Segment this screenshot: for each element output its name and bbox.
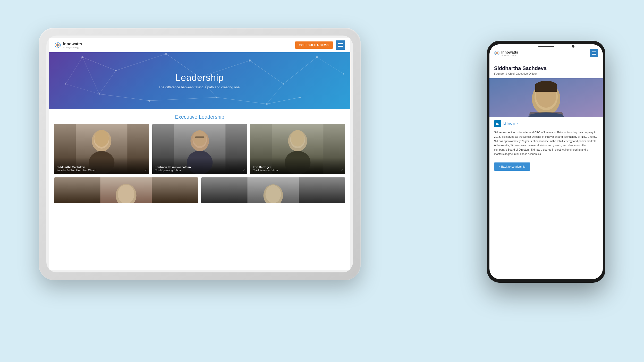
executive-section-title: Executive Leadership xyxy=(54,114,345,120)
phone-portrait-icon xyxy=(489,78,603,117)
executive-cards-row-1: Siddhartha Sachdeva Founder & Chief Exec… xyxy=(54,124,345,174)
exec-portrait-4-icon xyxy=(54,177,198,203)
exec-card-2-overlay: Krishnan Kasiviswanathan Chief Operating… xyxy=(152,158,247,174)
phone-screen: Innowatts strategic energy Siddhartha Sa… xyxy=(489,44,603,279)
phone-profile-image xyxy=(489,78,603,117)
exec-card-2-title: Chief Operating Officer xyxy=(155,169,191,172)
menu-button[interactable] xyxy=(336,40,345,50)
svg-line-24 xyxy=(99,94,149,101)
svg-line-31 xyxy=(66,57,82,84)
svg-line-21 xyxy=(250,61,283,84)
svg-line-25 xyxy=(149,97,216,101)
svg-line-33 xyxy=(317,57,344,74)
linkedin-icon: in xyxy=(494,120,501,127)
executive-section: Executive Leadership xyxy=(49,109,350,206)
phone-bio-text: Sid serves as the co-founder and CEO of … xyxy=(489,130,603,160)
back-to-leadership-button[interactable]: < Back to Leadership xyxy=(494,162,530,171)
svg-line-27 xyxy=(267,97,300,104)
nav-actions: SCHEDULE A DEMO xyxy=(295,40,345,50)
exec-card-2[interactable]: Krishnan Kasiviswanathan Chief Operating… xyxy=(152,124,247,174)
executive-cards-row-2 xyxy=(54,177,345,203)
phone-device: Innowatts strategic energy Siddhartha Sa… xyxy=(487,41,605,283)
exec-card-3-name: Eric Danziger xyxy=(253,165,278,169)
hero-banner: Leadership The difference between taking… xyxy=(49,52,350,109)
svg-point-52 xyxy=(118,185,134,203)
exec-card-3[interactable]: Eric Danziger Chief Revenue Officer › xyxy=(250,124,345,174)
innowatts-logo-icon xyxy=(54,41,61,49)
phone-brand-logo[interactable]: Innowatts strategic energy xyxy=(494,50,518,56)
svg-rect-44 xyxy=(195,136,204,138)
phone-profile-name: Siddhartha Sachdeva xyxy=(494,65,598,71)
exec-card-5-partial[interactable] xyxy=(201,177,345,203)
exec-card-1-arrow-icon[interactable]: › xyxy=(145,167,146,172)
svg-line-18 xyxy=(116,54,166,71)
tablet-navbar: Innowatts strategic energy SCHEDULE A DE… xyxy=(49,38,350,52)
linkedin-arrow-icon: › xyxy=(517,122,518,125)
svg-line-32 xyxy=(66,84,99,94)
phone-brand-name: Innowatts xyxy=(501,50,518,54)
svg-line-26 xyxy=(216,97,267,104)
brand-tagline: strategic energy xyxy=(63,46,82,49)
svg-point-49 xyxy=(291,130,305,146)
exec-portrait-5-icon xyxy=(201,177,345,203)
phone-speaker xyxy=(538,46,554,47)
exec-card-4-partial[interactable] xyxy=(54,177,198,203)
hero-title: Leadership xyxy=(175,72,224,83)
exec-card-1-title: Founder & Chief Executive Officer xyxy=(57,169,96,172)
phone-hamburger-line-1 xyxy=(592,51,596,52)
exec-card-1-overlay: Siddhartha Sachdeva Founder & Chief Exec… xyxy=(54,158,149,174)
tablet-screen: Innowatts strategic energy SCHEDULE A DE… xyxy=(49,38,350,270)
exec-card-2-arrow-icon[interactable]: › xyxy=(243,167,244,172)
hamburger-line-1 xyxy=(338,43,343,44)
svg-point-55 xyxy=(266,185,281,203)
phone-hamburger-line-3 xyxy=(592,54,596,55)
phone-hamburger-line-2 xyxy=(592,53,596,53)
exec-card-3-title: Chief Revenue Officer xyxy=(253,169,278,172)
phone-profile-header: Siddhartha Sachdeva Founder & Chief Exec… xyxy=(489,61,603,78)
phone-menu-button[interactable] xyxy=(590,49,598,57)
svg-rect-65 xyxy=(535,84,557,92)
phone-linkedin-section[interactable]: in LinkedIn › xyxy=(489,117,603,130)
exec-card-1-name: Siddhartha Sachdeva xyxy=(57,165,96,169)
brand-logo[interactable]: Innowatts strategic energy xyxy=(54,41,82,49)
hamburger-line-3 xyxy=(338,46,343,47)
phone-camera xyxy=(572,45,574,48)
phone-innowatts-logo-icon xyxy=(494,50,500,56)
exec-card-3-overlay: Eric Danziger Chief Revenue Officer › xyxy=(250,158,345,174)
svg-point-43 xyxy=(193,130,206,146)
svg-line-28 xyxy=(99,71,116,94)
exec-card-3-arrow-icon[interactable]: › xyxy=(341,167,343,172)
phone-profile-role: Founder & Chief Executive Officer xyxy=(494,72,598,75)
tablet-device: Innowatts strategic energy SCHEDULE A DE… xyxy=(39,28,361,280)
exec-card-1[interactable]: Siddhartha Sachdeva Founder & Chief Exec… xyxy=(54,124,149,174)
hero-subtitle: The difference between taking a path and… xyxy=(159,85,241,89)
svg-point-38 xyxy=(94,130,109,147)
svg-line-22 xyxy=(283,57,317,84)
linkedin-label: LinkedIn xyxy=(503,122,515,125)
hamburger-line-2 xyxy=(338,45,343,45)
phone-brand-tagline: strategic energy xyxy=(501,54,518,56)
brand-name: Innowatts xyxy=(63,42,82,46)
schedule-demo-button[interactable]: SCHEDULE A DEMO xyxy=(295,41,333,49)
exec-card-2-name: Krishnan Kasiviswanathan xyxy=(155,165,191,169)
